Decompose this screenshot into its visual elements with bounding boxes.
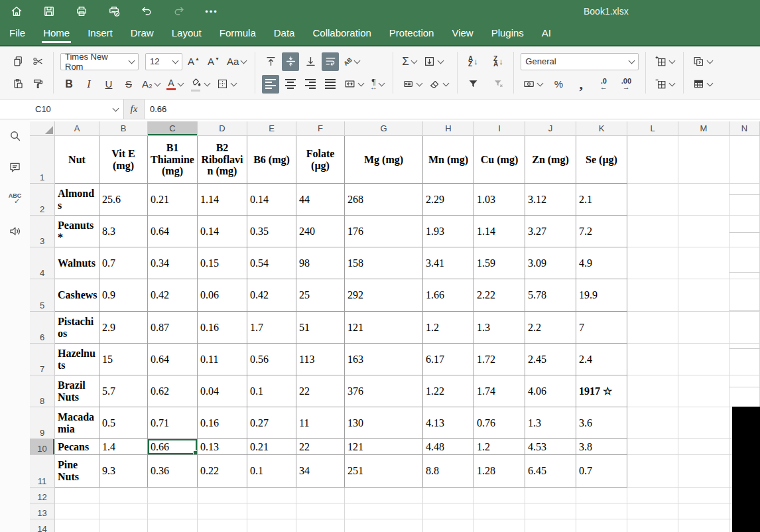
menu-tab-protection[interactable]: Protection [389,23,434,45]
copy-button[interactable] [9,52,27,71]
cell-N1[interactable] [729,136,760,184]
italic-button[interactable]: I [80,75,97,94]
row-header-3[interactable]: 3 [30,216,55,247]
increase-font-button[interactable]: A▲ [185,52,202,71]
column-header-D[interactable]: D [198,121,247,136]
cell-K5[interactable]: 19.9 [576,279,627,312]
menu-tab-file[interactable]: File [9,23,25,45]
text-orientation-button[interactable]: AB [342,52,361,71]
cell-J12[interactable] [525,488,576,503]
cell-F11[interactable]: 34 [296,455,345,488]
cell-D8[interactable]: 0.04 [198,375,247,407]
insert-function-button[interactable]: fx [124,100,145,119]
cell-I7[interactable]: 1.72 [474,344,525,375]
sort-ascending-button[interactable]: AZ ↓ [464,52,481,71]
search-icon[interactable] [7,127,23,143]
cell-C13[interactable] [148,503,198,519]
cell-J14[interactable] [525,519,576,532]
percent-style-button[interactable]: % [550,75,567,94]
cell-D5[interactable]: 0.06 [198,279,247,312]
cell-F9[interactable]: 11 [296,407,345,439]
cell-M6[interactable] [678,312,729,344]
cell-L7[interactable] [627,344,678,375]
column-header-K[interactable]: K [576,121,627,136]
cell-D14[interactable] [198,519,247,532]
cell-C4[interactable]: 0.34 [148,247,198,279]
cell-J11[interactable]: 6.45 [525,455,576,488]
cell-H12[interactable] [423,488,474,503]
cell-B12[interactable] [99,488,148,503]
cell-J9[interactable]: 1.3 [525,407,576,439]
cell-F6[interactable]: 51 [296,312,345,344]
cell-I10[interactable]: 1.2 [474,439,525,455]
cell-N8[interactable] [729,375,760,407]
cell-F4[interactable]: 98 [296,247,345,279]
filter-button[interactable] [464,75,481,94]
menu-tab-insert[interactable]: Insert [88,23,113,45]
align-center-button[interactable] [282,75,299,94]
row-header-13[interactable]: 13 [30,503,55,519]
cell-E4[interactable]: 0.54 [247,247,296,279]
font-name-select[interactable]: Times New Rom [60,53,139,70]
comma-style-button[interactable]: , [572,75,590,94]
cell-K10[interactable]: 3.8 [576,439,627,455]
accounting-style-button[interactable] [521,75,544,94]
cell-C14[interactable] [148,519,198,532]
paste-button[interactable] [9,75,27,94]
menu-tab-collaboration[interactable]: Collaboration [312,23,371,45]
cell-C1[interactable]: B1 Thiamine (mg) [148,136,198,184]
cell-H8[interactable]: 1.22 [423,375,474,407]
cell-A2[interactable]: Almonds [55,184,99,216]
cell-M13[interactable] [678,503,729,519]
cell-M2[interactable] [678,184,729,216]
name-box[interactable]: C10 [30,100,124,119]
align-bottom-button[interactable] [302,52,319,71]
cell-G11[interactable]: 251 [345,455,423,488]
cell-D9[interactable]: 0.16 [198,407,247,439]
cell-I14[interactable] [474,519,525,532]
column-header-G[interactable]: G [345,121,423,136]
cell-D10[interactable]: 0.13 [198,439,247,455]
cut-button[interactable] [29,52,46,71]
strikethrough-button[interactable]: S [120,75,137,94]
cell-L5[interactable] [627,279,678,312]
cell-H1[interactable]: Mn (mg) [423,136,474,184]
cell-B14[interactable] [99,519,148,532]
cell-K14[interactable] [576,519,627,532]
column-header-C[interactable]: C [148,121,198,136]
cell-B3[interactable]: 8.3 [99,216,148,247]
underline-button[interactable]: U [100,75,117,94]
cell-E5[interactable]: 0.42 [247,279,296,312]
cell-A11[interactable]: Pine Nuts [55,455,99,488]
cell-E11[interactable]: 0.1 [247,455,296,488]
cell-L6[interactable] [627,312,678,344]
cell-A3[interactable]: Peanuts * [55,216,99,247]
row-header-1[interactable]: 1 [30,136,55,184]
cell-I11[interactable]: 1.28 [474,455,525,488]
align-top-button[interactable] [262,52,279,71]
cell-I4[interactable]: 1.59 [474,247,525,279]
align-left-button[interactable] [262,75,279,94]
column-header-A[interactable]: A [55,121,99,136]
undo-icon[interactable] [139,4,154,19]
fill-color-button[interactable] [188,75,212,94]
cell-C6[interactable]: 0.87 [148,312,198,344]
cell-M14[interactable] [678,519,729,532]
cell-L14[interactable] [627,519,678,532]
merge-center-button[interactable] [342,75,365,94]
cell-E9[interactable]: 0.27 [247,407,296,439]
cell-F10[interactable]: 22 [296,439,345,455]
column-header-I[interactable]: I [474,121,525,136]
cell-F7[interactable]: 113 [296,344,345,375]
cell-M11[interactable] [678,455,729,488]
cell-G2[interactable]: 268 [345,184,423,216]
row-header-14[interactable]: 14 [30,519,55,532]
cell-K3[interactable]: 7.2 [576,216,627,247]
cell-I1[interactable]: Cu (mg) [474,136,525,184]
cell-J4[interactable]: 3.09 [525,247,576,279]
cell-B9[interactable]: 0.5 [99,407,148,439]
cell-K4[interactable]: 4.9 [576,247,627,279]
cell-E12[interactable] [247,488,296,503]
cell-C7[interactable]: 0.64 [148,344,198,375]
cell-B1[interactable]: Vit E (mg) [99,136,148,184]
